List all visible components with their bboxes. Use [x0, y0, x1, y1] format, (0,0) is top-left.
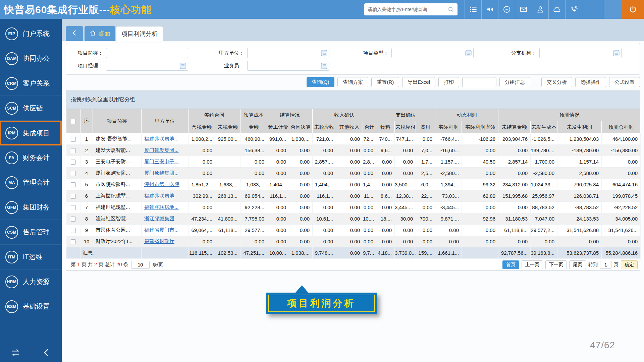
row-checkbox[interactable]: [71, 239, 76, 244]
column-header[interactable]: 其他收入: [336, 121, 363, 133]
column-group-header[interactable]: 预算成本: [240, 109, 267, 121]
group-drop-zone[interactable]: 拖拽列头到这里以用它分组: [66, 91, 640, 109]
column-header[interactable]: 实际利润: [435, 121, 462, 133]
toolbar-button-导出Excel[interactable]: 导出Excel: [402, 77, 435, 87]
goto-page-input[interactable]: [600, 261, 611, 269]
column-header[interactable]: 合计: [363, 121, 376, 133]
row-checkbox[interactable]: [71, 171, 76, 176]
client-link[interactable]: 厦门三安电子...: [144, 159, 179, 164]
toolbar-button-查询方案[interactable]: 查询方案: [337, 77, 368, 87]
column-header[interactable]: 未发生利润: [557, 121, 602, 133]
toolbar-button-重置(R)[interactable]: 重置(R): [371, 77, 399, 87]
filter-input[interactable]: [106, 48, 188, 58]
row-checkbox[interactable]: [71, 194, 76, 199]
sidebar-item-ipm[interactable]: IPM集成项目: [0, 121, 62, 145]
page-size-input[interactable]: [131, 261, 150, 269]
filter-input[interactable]: [106, 61, 180, 70]
toolbar-button-blank[interactable]: [462, 77, 496, 87]
column-header[interactable]: 金额: [240, 121, 267, 133]
volume-icon[interactable]: [481, 0, 498, 19]
filter-input[interactable]: [248, 61, 321, 70]
pager-button-下一页[interactable]: 下一页: [545, 260, 567, 269]
back-button[interactable]: [66, 26, 83, 41]
client-link[interactable]: 漳州市第一医院: [144, 181, 179, 187]
column-header[interactable]: 费用: [416, 121, 435, 133]
column-header[interactable]: 甲方单位: [142, 109, 189, 133]
filter-input[interactable]: [392, 48, 465, 58]
search-input[interactable]: [368, 7, 448, 12]
column-group-header[interactable]: 结算情况: [267, 109, 313, 121]
lookup-icon[interactable]: [180, 63, 186, 69]
table-row[interactable]: 9市民体育公园...福建省厦门市...69,064,...61,118...29…: [66, 225, 641, 236]
toolbar-button-分组汇总[interactable]: 分组汇总: [499, 77, 530, 87]
row-checkbox[interactable]: [71, 148, 76, 153]
table-row[interactable]: 10财政厅2022年I...福建省财政厅0.000.000.000.000.00…: [66, 236, 641, 247]
sidebar-item-oam[interactable]: OAM协同办公: [0, 46, 62, 71]
lookup-icon[interactable]: [321, 63, 327, 69]
lookup-icon[interactable]: [465, 50, 472, 56]
sidebar-item-gfm[interactable]: GFM集团财务: [0, 195, 62, 220]
client-link[interactable]: 福建兆联房地...: [144, 193, 179, 198]
pager-button-首页[interactable]: 首页: [502, 260, 519, 269]
table-row[interactable]: 2建发大厦智能...厦门建发集团...0.00156,38...0.000.00…: [66, 145, 641, 156]
client-link[interactable]: 福建兆联房地...: [144, 136, 179, 141]
table-row[interactable]: 7福建世纪珑墅...福建兆联房地...0.0092,228...0.000.00…: [66, 202, 641, 213]
column-group-header[interactable]: 支出确认: [376, 109, 435, 121]
table-row[interactable]: 4厦门象屿安防...厦门象屿集团...0.000.000.000.000.000…: [66, 168, 641, 179]
filter-input[interactable]: [248, 48, 321, 58]
column-header[interactable]: 预测总利润: [602, 121, 641, 133]
user-icon[interactable]: [532, 0, 548, 19]
row-checkbox[interactable]: [71, 228, 76, 233]
table-row[interactable]: 6上海世纪珑墅...福建兆联房地...302,99...268,13...69,…: [66, 190, 641, 202]
column-group-header[interactable]: 预测情况: [498, 109, 641, 121]
list-icon[interactable]: [465, 0, 481, 19]
sidebar-item-scm[interactable]: SCM供应链: [0, 96, 62, 121]
pager-button-尾页[interactable]: 尾页: [569, 260, 586, 269]
sidebar-item-eip[interactable]: EIP门户系统: [0, 21, 62, 46]
power-button[interactable]: [622, 0, 644, 19]
sidebar-item-bsm[interactable]: BSM基础设置: [0, 294, 62, 319]
column-header[interactable]: 未发生成本: [531, 121, 557, 133]
row-checkbox[interactable]: [71, 137, 76, 142]
tab-profit-analysis[interactable]: 项目利润分析: [116, 26, 163, 41]
column-group-header[interactable]: 签约合同: [189, 109, 240, 121]
mail-icon[interactable]: [515, 0, 532, 19]
im-icon[interactable]: IM: [498, 0, 515, 19]
column-header[interactable]: 合同决算: [289, 121, 313, 133]
sidebar-item-crm[interactable]: CRM客户关系: [0, 71, 62, 96]
column-header[interactable]: 项目简称: [93, 109, 142, 133]
phone-icon[interactable]: [565, 0, 582, 19]
sidebar-item-fa[interactable]: FA财务会计: [0, 145, 62, 170]
toolbar-button-查询(Q)[interactable]: 查询(Q): [307, 77, 335, 87]
column-header[interactable]: 未税应付: [395, 121, 416, 133]
toolbar-button-打印[interactable]: 打印: [438, 77, 459, 87]
row-checkbox[interactable]: [71, 217, 76, 222]
lookup-icon[interactable]: [613, 50, 620, 56]
pager-button-上一页[interactable]: 上一页: [522, 260, 543, 269]
tab-desktop[interactable]: 桌面: [85, 26, 115, 41]
column-header[interactable]: 验工计价: [267, 121, 289, 133]
search-icon[interactable]: [448, 6, 454, 13]
collapse-icon[interactable]: [41, 348, 51, 358]
sidebar-item-csm[interactable]: CSM售后管理: [0, 220, 62, 245]
pager-confirm-button[interactable]: 确定: [621, 260, 638, 269]
client-link[interactable]: 厦门建发集团...: [144, 147, 179, 153]
client-link[interactable]: 福建兆联房地...: [144, 204, 179, 210]
column-header[interactable]: 未结算金额: [498, 121, 531, 133]
column-header[interactable]: 实际利润率%: [462, 121, 498, 133]
column-header[interactable]: 含税金额: [189, 121, 215, 133]
column-header[interactable]: 序: [80, 109, 93, 133]
sidebar-item-itm[interactable]: ITMIT运维: [0, 245, 62, 269]
client-link[interactable]: 厦门象屿集团...: [144, 170, 179, 176]
table-row[interactable]: 8渔港社区智慧...浙江绿城集团47,234,...41,800...7,795…: [66, 213, 641, 225]
client-link[interactable]: 福建省厦门市...: [144, 227, 179, 233]
column-group-header[interactable]: 收入确认: [313, 109, 376, 121]
sidebar-item-hrm[interactable]: HRM人力资源: [0, 269, 62, 294]
cloud-icon[interactable]: [548, 0, 565, 19]
row-checkbox[interactable]: [71, 205, 76, 210]
row-checkbox[interactable]: [71, 182, 76, 187]
sidebar-item-ma[interactable]: MA管理会计: [0, 170, 62, 195]
column-header[interactable]: 未税金额: [215, 121, 240, 133]
column-header[interactable]: 未税应收: [313, 121, 336, 133]
column-header[interactable]: 物料: [376, 121, 395, 133]
